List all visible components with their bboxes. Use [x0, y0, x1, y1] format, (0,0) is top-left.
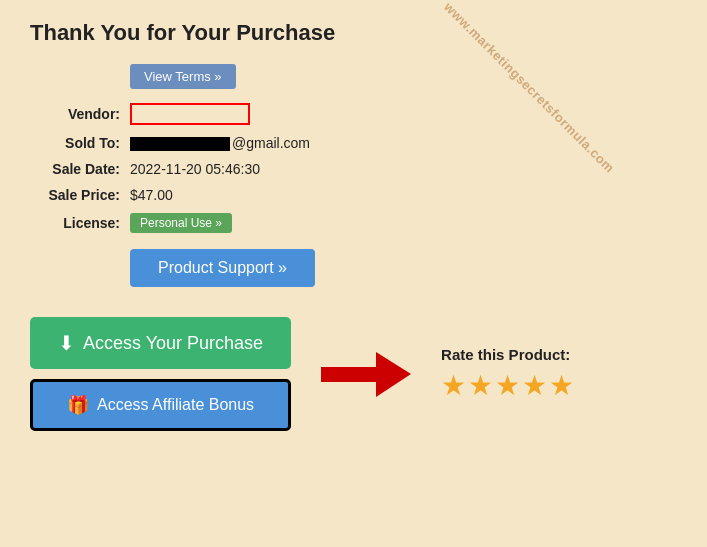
left-buttons: ⬇ Access Your Purchase 🎁 Access Affiliat… — [30, 317, 291, 431]
access-purchase-button[interactable]: ⬇ Access Your Purchase — [30, 317, 291, 369]
license-button[interactable]: Personal Use » — [130, 213, 232, 233]
gift-icon: 🎁 — [67, 394, 89, 416]
product-support-button[interactable]: Product Support » — [130, 249, 315, 287]
sale-price-label: Sale Price: — [40, 187, 130, 203]
star-1[interactable]: ★ — [441, 369, 466, 402]
view-terms-button[interactable]: View Terms » — [130, 64, 236, 89]
arrow-area — [321, 347, 411, 402]
sold-to-value: @gmail.com — [130, 135, 310, 151]
info-table: Vendor: Sold To: @gmail.com Sale Date: 2… — [40, 103, 677, 233]
vendor-value-box — [130, 103, 250, 125]
star-4[interactable]: ★ — [522, 369, 547, 402]
download-icon: ⬇ — [58, 331, 75, 355]
star-2[interactable]: ★ — [468, 369, 493, 402]
vendor-label: Vendor: — [40, 106, 130, 122]
sale-date-row: Sale Date: 2022-11-20 05:46:30 — [40, 161, 677, 177]
sale-price-row: Sale Price: $47.00 — [40, 187, 677, 203]
product-support-area: Product Support » — [30, 243, 677, 307]
star-3[interactable]: ★ — [495, 369, 520, 402]
email-redacted-box — [130, 137, 230, 151]
rate-label: Rate this Product: — [441, 346, 570, 363]
bottom-section: ⬇ Access Your Purchase 🎁 Access Affiliat… — [30, 317, 677, 431]
sale-price-value: $47.00 — [130, 187, 173, 203]
star-rating: ★ ★ ★ ★ ★ — [441, 369, 574, 402]
arrow-icon — [321, 347, 411, 402]
page-title: Thank You for Your Purchase — [30, 20, 677, 46]
sale-date-value: 2022-11-20 05:46:30 — [130, 161, 260, 177]
license-row: License: Personal Use » — [40, 213, 677, 233]
sale-date-label: Sale Date: — [40, 161, 130, 177]
view-terms-area: View Terms » — [30, 64, 677, 103]
star-5[interactable]: ★ — [549, 369, 574, 402]
rate-section: Rate this Product: ★ ★ ★ ★ ★ — [441, 346, 574, 402]
main-content: Thank You for Your Purchase www.marketin… — [30, 20, 677, 431]
sold-to-label: Sold To: — [40, 135, 130, 151]
svg-marker-0 — [321, 352, 411, 397]
access-affiliate-button[interactable]: 🎁 Access Affiliate Bonus — [30, 379, 291, 431]
license-label: License: — [40, 215, 130, 231]
vendor-row: Vendor: — [40, 103, 677, 125]
